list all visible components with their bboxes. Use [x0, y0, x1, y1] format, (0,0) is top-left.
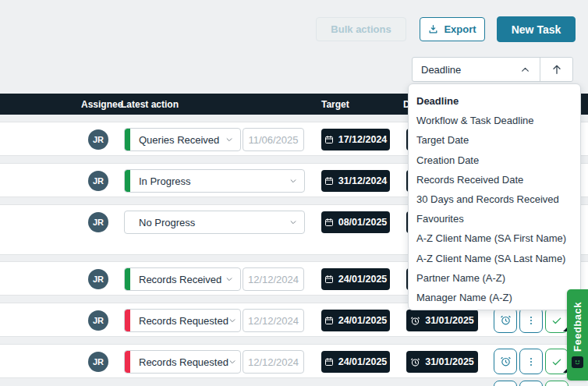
status-select[interactable]: Records Received [124, 267, 241, 291]
calendar-icon [324, 218, 334, 227]
alarm-icon [500, 356, 512, 367]
action-date-input[interactable] [243, 267, 304, 291]
sort-direction-button[interactable] [540, 58, 572, 81]
sort-menu-item[interactable]: Favourites [409, 209, 580, 228]
target-date-label: 24/01/2025 [338, 315, 388, 326]
arrow-up-icon [551, 63, 563, 76]
export-button-label: Export [444, 23, 476, 35]
assignee-initials: JR [93, 316, 104, 325]
complete-task-button[interactable] [545, 307, 569, 333]
feedback-label: Feedback [572, 302, 583, 352]
sort-by-select[interactable]: Deadline [413, 58, 540, 81]
row-actions [494, 307, 569, 333]
status-label: Records Requested [139, 315, 228, 327]
target-date-badge[interactable]: 24/01/2025 [321, 351, 390, 373]
table-row: JR Records Requested 24/01/2025 31/01/20… [0, 344, 588, 378]
target-date-label: 31/12/2024 [338, 175, 388, 186]
alarm-icon [410, 316, 420, 326]
status-label: In Progress [139, 175, 289, 187]
status-label: Queries Received [139, 134, 225, 146]
target-date-badge[interactable]: 17/12/2024 [321, 129, 390, 151]
reminder-button[interactable] [494, 307, 517, 333]
sort-selected-label: Deadline [421, 64, 461, 76]
column-header-assignee: Assignee [81, 99, 122, 110]
check-icon [551, 356, 562, 367]
sort-menu-item[interactable]: Deadline [409, 91, 580, 111]
sort-menu-item[interactable]: Manager Name (A-Z) [409, 288, 580, 307]
deadline-date-label: 31/01/2025 [425, 315, 474, 326]
more-options-button[interactable] [519, 349, 543, 374]
next-row-peek [494, 381, 569, 386]
assignee-initials: JR [93, 274, 104, 284]
action-date-input[interactable] [243, 128, 304, 151]
alarm-icon [410, 357, 420, 367]
assignee-initials: JR [93, 176, 104, 186]
assignee-avatar[interactable]: JR [88, 269, 108, 289]
deadline-date-label: 31/01/2025 [425, 356, 474, 367]
sort-menu-item[interactable]: Workflow & Task Deadline [409, 111, 580, 130]
status-select[interactable]: Records Requested [124, 309, 241, 332]
status-label: Records Received [139, 274, 225, 285]
assignee-avatar[interactable]: JR [88, 171, 108, 191]
action-date-input[interactable] [243, 350, 304, 374]
reminder-button[interactable] [494, 381, 517, 386]
calendar-icon [324, 357, 334, 367]
sort-menu-item[interactable]: Target Date [409, 130, 580, 150]
kebab-icon [526, 356, 537, 367]
sort-dropdown-menu: DeadlineWorkflow & Task DeadlineTarget D… [408, 83, 581, 310]
sort-menu-item[interactable]: 30 Days and Records Received [409, 189, 580, 209]
status-color-bar [125, 268, 130, 290]
new-task-button[interactable]: New Task [497, 16, 576, 42]
check-icon [551, 315, 562, 326]
status-color-bar [125, 170, 130, 192]
chevron-down-icon [228, 317, 236, 324]
chevron-down-icon [225, 275, 233, 283]
chevron-down-icon [289, 218, 297, 226]
sort-menu-item[interactable]: A-Z Client Name (SA First Name) [409, 228, 580, 248]
target-date-badge[interactable]: 08/01/2025 [321, 211, 390, 233]
status-color-bar [125, 310, 130, 331]
assignee-avatar[interactable]: JR [88, 310, 108, 331]
bulk-actions-button[interactable]: Bulk actions [316, 17, 406, 41]
feedback-tab[interactable]: Feedback [567, 289, 588, 381]
sort-menu-item[interactable]: Creation Date [409, 151, 580, 170]
target-date-badge[interactable]: 24/01/2025 [321, 310, 390, 331]
reminder-button[interactable] [494, 349, 517, 374]
action-date-input[interactable] [243, 309, 304, 332]
target-date-badge[interactable]: 31/12/2024 [321, 170, 390, 192]
more-options-button[interactable] [519, 307, 543, 333]
calendar-icon [324, 274, 334, 284]
smiley-icon [572, 356, 583, 368]
calendar-icon [324, 316, 334, 325]
row-actions [494, 349, 569, 374]
status-select[interactable]: In Progress [124, 169, 305, 193]
complete-task-button[interactable] [545, 381, 569, 386]
status-color-bar [125, 351, 130, 373]
export-button[interactable]: Export [420, 17, 485, 41]
assignee-avatar[interactable]: JR [88, 212, 108, 232]
deadline-date-badge[interactable]: 31/01/2025 [406, 351, 478, 373]
target-date-label: 24/01/2025 [338, 356, 388, 367]
assignee-initials: JR [93, 218, 104, 227]
assignee-avatar[interactable]: JR [88, 129, 108, 150]
column-header-latest-action: Latest action [121, 99, 179, 110]
status-select[interactable]: Records Requested [124, 350, 241, 374]
complete-task-button[interactable] [545, 349, 569, 374]
sort-menu-item[interactable]: Partner Name (A-Z) [409, 268, 580, 288]
status-select[interactable]: No Progress [124, 211, 305, 234]
target-date-label: 24/01/2025 [338, 274, 388, 285]
more-options-button[interactable] [519, 381, 543, 386]
sort-menu-item[interactable]: A-Z Client Name (SA Last Name) [409, 249, 580, 268]
chevron-down-icon [228, 358, 236, 366]
target-date-label: 17/12/2024 [338, 134, 388, 145]
assignee-initials: JR [93, 357, 104, 367]
deadline-date-badge[interactable]: 31/01/2025 [406, 310, 478, 331]
sort-menu-item[interactable]: Records Received Date [409, 170, 580, 189]
assignee-initials: JR [93, 135, 104, 144]
calendar-icon [324, 176, 334, 186]
assignee-avatar[interactable]: JR [88, 352, 108, 372]
kebab-icon [526, 315, 537, 326]
status-select[interactable]: Queries Received [124, 128, 241, 151]
target-date-badge[interactable]: 24/01/2025 [321, 268, 390, 290]
sort-control: Deadline [412, 57, 573, 82]
